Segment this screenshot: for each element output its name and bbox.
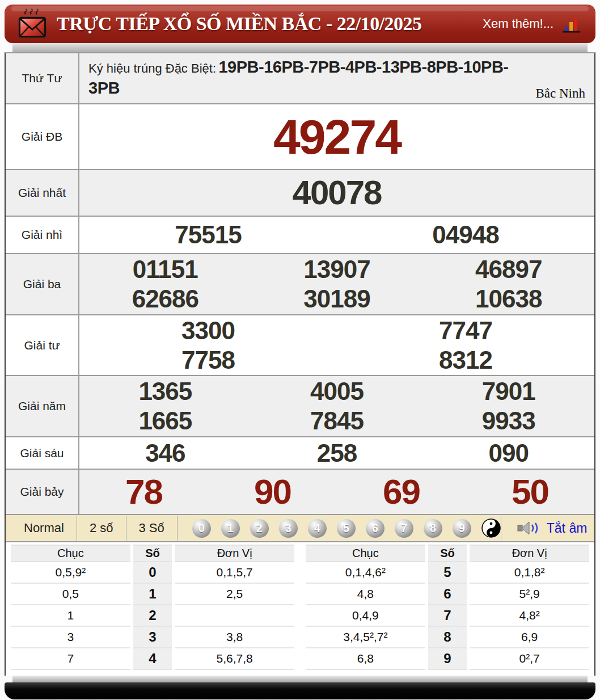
digit-cell: 4	[133, 648, 172, 670]
stats-table-right: Chục Số Đơn Vị 0,1,4,6² 5 0,1,8² 4,8 6 5…	[303, 545, 592, 670]
digit-ball-5[interactable]: 5	[337, 519, 356, 538]
digit-cell: 9	[428, 648, 467, 670]
prize-label-sixth: Giải sáu	[6, 437, 79, 469]
prize-number: 9933	[422, 406, 594, 436]
header-bar: TRỰC TIẾP XỔ SỐ MIỀN BẮC - 22/10/2025 Xe…	[5, 5, 595, 43]
donvi-cell	[175, 605, 294, 627]
yin-yang-icon[interactable]	[481, 518, 501, 538]
stats-row: 4,8 6 5²,9	[306, 584, 589, 605]
prize-number: 1365	[79, 377, 251, 406]
prize-number: 7845	[251, 406, 423, 436]
mute-button[interactable]: Tắt âm	[547, 521, 588, 536]
digit-cell: 8	[428, 627, 467, 648]
prize-number: 4005	[251, 377, 423, 406]
sound-controls: Tắt âm	[501, 516, 595, 541]
prize-number-special: 49274	[79, 112, 594, 161]
prize-label-first: Giải nhất	[6, 170, 79, 216]
prize-row-special: Giải ĐB 49274	[6, 103, 594, 169]
mode-3so-button[interactable]: 3 Số	[126, 521, 177, 535]
col-header-so: Số	[428, 545, 467, 562]
prize-number: 04948	[337, 220, 594, 250]
stats-row: 6,8 9 0²,7	[306, 648, 589, 670]
chuc-cell: 3,4,5²,7²	[306, 627, 425, 648]
special-symbols: Ký hiệu trúng Đặc Biệt: 19PB-16PB-7PB-4P…	[79, 53, 594, 103]
col-header-donvi: Đơn Vị	[175, 545, 294, 562]
prize-number: 8312	[337, 345, 594, 375]
chuc-cell: 3	[11, 627, 130, 648]
stats-row: 0,4,9 7 4,8²	[306, 605, 589, 627]
digit-cell: 3	[133, 627, 172, 648]
digit-ball-9[interactable]: 9	[453, 519, 471, 538]
digit-ball-6[interactable]: 6	[366, 519, 384, 538]
bar-chart-icon[interactable]	[561, 15, 583, 33]
footer-bar	[5, 682, 595, 699]
prize-number: 346	[79, 438, 251, 468]
bottom-divider-bar	[12, 676, 588, 682]
prize-label-seventh: Giải bảy	[6, 470, 79, 514]
digit-ball-8[interactable]: 8	[424, 519, 442, 538]
col-header-chuc: Chục	[306, 545, 425, 562]
digit-cell: 1	[133, 584, 172, 605]
prize-row-seventh: Giải bảy 78 90 69 50	[6, 469, 594, 514]
prize-number: 40078	[79, 176, 594, 210]
stats-table-left: Chục Số Đơn Vị 0,5,9² 0 0,1,5,7 0,5 1 2,…	[8, 545, 297, 670]
speaker-icon[interactable]	[517, 520, 541, 537]
prize-number: 30189	[251, 284, 423, 314]
prize-number: 3300	[79, 316, 337, 345]
info-row: Thứ Tư Ký hiệu trúng Đặc Biệt: 19PB-16PB…	[6, 53, 594, 103]
col-header-so: Số	[133, 545, 172, 562]
digit-cell: 7	[428, 605, 467, 627]
col-header-chuc: Chục	[11, 545, 130, 562]
stats-row: 7 4 5,6,7,8	[11, 648, 294, 670]
digit-ball-4[interactable]: 4	[308, 519, 327, 538]
stats-row: 0,5 1 2,5	[11, 584, 294, 605]
prize-label-special: Giải ĐB	[6, 104, 79, 169]
prize-row-first: Giải nhất 40078	[6, 169, 594, 216]
prize-number: 90	[208, 474, 337, 509]
page-title: TRỰC TIẾP XỔ SỐ MIỀN BẮC - 22/10/2025	[57, 13, 422, 35]
digit-stats: Chục Số Đơn Vị 0,5,9² 0 0,1,5,7 0,5 1 2,…	[6, 542, 594, 676]
symbol-line1: Ký hiệu trúng Đặc Biệt: 19PB-16PB-7PB-4P…	[88, 58, 585, 77]
prize-row-third: Giải ba 01151 13907 46897 62686 30189 10…	[6, 253, 594, 314]
donvi-cell: 0,1,8²	[470, 562, 589, 584]
digit-ball-3[interactable]: 3	[279, 519, 298, 538]
digit-ball-7[interactable]: 7	[395, 519, 413, 538]
prize-number: 1665	[79, 406, 251, 436]
see-more-link[interactable]: Xem thêm!...	[483, 16, 553, 31]
digit-balls: 0 1 2 3 4 5 6 7 8 9	[192, 518, 501, 538]
digit-ball-0[interactable]: 0	[192, 519, 211, 538]
prize-number: 258	[251, 438, 423, 468]
mode-normal-button[interactable]: Normal	[11, 521, 77, 535]
stats-row: 3 3 3,8	[11, 627, 294, 648]
prize-label-second: Giải nhì	[6, 217, 79, 253]
weekday-label: Thứ Tư	[6, 53, 79, 103]
donvi-cell: 5²,9	[470, 584, 589, 605]
digit-ball-2[interactable]: 2	[250, 519, 269, 538]
prize-number: 50	[466, 474, 594, 509]
prize-number: 7901	[422, 377, 594, 406]
prize-row-second: Giải nhì 75515 04948	[6, 216, 594, 253]
donvi-cell: 6,9	[470, 627, 589, 648]
mode-2so-button[interactable]: 2 số	[77, 521, 126, 535]
chuc-cell: 7	[11, 648, 130, 670]
symbol-caption: Ký hiệu trúng Đặc Biệt:	[88, 61, 216, 75]
hot-mail-icon	[17, 7, 48, 41]
chuc-cell: 1	[11, 605, 130, 627]
digit-ball-1[interactable]: 1	[221, 519, 240, 538]
col-header-donvi: Đơn Vị	[470, 545, 589, 562]
stats-row: 0,5,9² 0 0,1,5,7	[11, 562, 294, 584]
chuc-cell: 4,8	[306, 584, 425, 605]
prize-number: 090	[422, 438, 594, 468]
donvi-cell: 2,5	[175, 584, 294, 605]
donvi-cell: 4,8²	[470, 605, 589, 627]
prize-number: 01151	[79, 255, 251, 284]
prize-number: 13907	[251, 255, 423, 284]
digit-cell: 2	[133, 605, 172, 627]
donvi-cell: 5,6,7,8	[175, 648, 294, 670]
toolbar-separator	[501, 516, 501, 541]
stats-header-row: Chục Số Đơn Vị	[11, 545, 294, 562]
prize-label-third: Giải ba	[6, 254, 79, 314]
stats-header-row: Chục Số Đơn Vị	[306, 545, 589, 562]
prize-number: 62686	[79, 284, 251, 314]
toolbar-separator	[177, 516, 178, 541]
